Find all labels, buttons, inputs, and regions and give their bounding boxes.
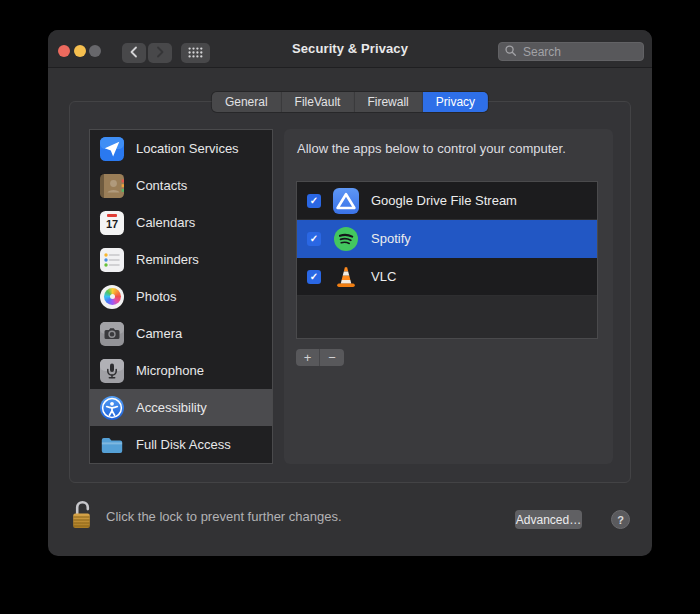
sidebar-item-label: Contacts	[136, 178, 187, 193]
app-name: Google Drive File Stream	[371, 193, 517, 208]
sidebar-item-calendars[interactable]: 17 Calendars	[90, 204, 272, 241]
remove-app-button[interactable]: −	[320, 349, 344, 366]
app-row-vlc[interactable]: ✓ VLC	[297, 258, 597, 296]
spotify-icon	[333, 226, 359, 252]
sidebar-item-microphone[interactable]: Microphone	[90, 352, 272, 389]
lock-open-icon[interactable]	[70, 498, 93, 535]
checkbox-vlc[interactable]: ✓	[307, 270, 321, 284]
app-name: Spotify	[371, 231, 411, 246]
tab-filevault[interactable]: FileVault	[282, 92, 355, 112]
contacts-icon	[100, 174, 124, 198]
search-icon	[504, 43, 517, 61]
forward-button	[148, 43, 172, 63]
vlc-icon	[333, 264, 359, 290]
sidebar-item-full-disk-access[interactable]: Full Disk Access	[90, 426, 272, 463]
help-button[interactable]: ?	[611, 510, 630, 529]
close-button[interactable]	[58, 45, 70, 57]
sidebar-item-label: Photos	[136, 289, 176, 304]
checkbox-google-drive[interactable]: ✓	[307, 194, 321, 208]
sidebar-item-label: Microphone	[136, 363, 204, 378]
sidebar-item-accessibility[interactable]: Accessibility	[90, 389, 272, 426]
sidebar-item-label: Calendars	[136, 215, 195, 230]
location-services-icon	[100, 137, 124, 161]
tab-general[interactable]: General	[212, 92, 282, 112]
sidebar-item-reminders[interactable]: Reminders	[90, 241, 272, 278]
photos-icon	[100, 285, 124, 309]
calendar-day: 17	[106, 217, 118, 231]
sidebar-item-camera[interactable]: Camera	[90, 315, 272, 352]
advanced-button[interactable]: Advanced…	[515, 510, 582, 529]
show-all-preferences-button[interactable]	[181, 43, 210, 63]
sidebar-item-label: Accessibility	[136, 400, 207, 415]
allowed-apps-list: ✓ Google Drive File Stream ✓ Spotify	[296, 181, 598, 339]
privacy-category-list: Location Services Contacts 17 Calendars	[89, 129, 273, 464]
search-field[interactable]	[498, 42, 644, 61]
sidebar-item-contacts[interactable]: Contacts	[90, 167, 272, 204]
accessibility-icon	[100, 396, 124, 420]
minimize-button[interactable]	[74, 45, 86, 57]
fullscreen-button-disabled	[89, 45, 101, 57]
privacy-pane: Location Services Contacts 17 Calendars	[69, 101, 631, 483]
search-input[interactable]	[521, 44, 638, 60]
add-app-button[interactable]: +	[296, 349, 320, 366]
tab-privacy[interactable]: Privacy	[423, 92, 488, 112]
sidebar-item-label: Location Services	[136, 141, 239, 156]
app-row-google-drive-file-stream[interactable]: ✓ Google Drive File Stream	[297, 182, 597, 220]
full-disk-access-icon	[100, 433, 124, 457]
titlebar[interactable]: Security & Privacy	[48, 30, 652, 68]
sidebar-item-label: Reminders	[136, 252, 199, 267]
apps-grid-icon	[188, 44, 203, 62]
tab-bar: General FileVault Firewall Privacy	[212, 92, 488, 112]
app-name: VLC	[371, 269, 396, 284]
chevron-right-icon	[155, 44, 165, 62]
checkbox-spotify[interactable]: ✓	[307, 232, 321, 246]
app-row-spotify[interactable]: ✓ Spotify	[297, 220, 597, 258]
sidebar-item-location-services[interactable]: Location Services	[90, 130, 272, 167]
lock-caption: Click the lock to prevent further change…	[106, 509, 342, 524]
chevron-left-icon	[129, 44, 139, 62]
sidebar-item-label: Camera	[136, 326, 182, 341]
panel-caption: Allow the apps below to control your com…	[297, 141, 566, 156]
camera-icon	[100, 322, 124, 346]
sidebar-item-photos[interactable]: Photos	[90, 278, 272, 315]
add-remove-controls: + −	[296, 349, 344, 366]
accessibility-settings-panel: Allow the apps below to control your com…	[284, 129, 613, 464]
microphone-icon	[100, 359, 124, 383]
traffic-lights	[58, 45, 101, 57]
reminders-icon	[100, 248, 124, 272]
back-button[interactable]	[122, 43, 146, 63]
google-drive-icon	[333, 188, 359, 214]
tab-firewall[interactable]: Firewall	[354, 92, 422, 112]
security-privacy-window: Security & Privacy General FileVault Fir…	[48, 30, 652, 556]
sidebar-item-label: Full Disk Access	[136, 437, 231, 452]
calendars-icon: 17	[100, 211, 124, 235]
desktop-background: Security & Privacy General FileVault Fir…	[0, 0, 700, 614]
